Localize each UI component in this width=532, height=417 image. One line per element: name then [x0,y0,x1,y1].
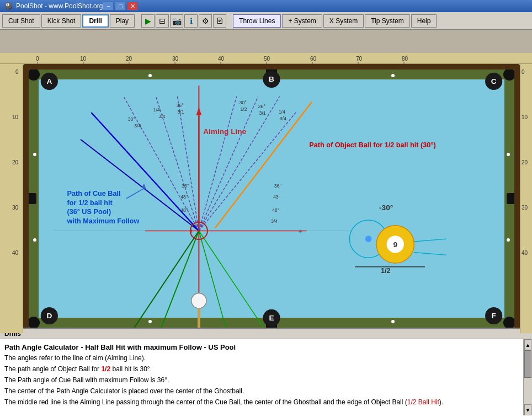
svg-text:1/4: 1/4 [279,109,285,115]
svg-line-60 [199,97,279,231]
svg-point-82 [198,230,200,232]
minimize-button[interactable]: − [103,2,114,10]
svg-text:9: 9 [393,240,397,249]
svg-line-58 [199,97,236,231]
svg-text:A: A [46,77,52,85]
svg-text:with Maximum Follow: with Maximum Follow [67,217,140,225]
svg-text:48°: 48° [180,207,188,213]
kick-shot-button[interactable]: Kick Shot [41,14,82,28]
tip-system-button[interactable]: Tip System [365,14,410,28]
svg-text:70: 70 [356,56,363,62]
svg-text:1/4: 1/4 [153,107,160,113]
close-button[interactable]: ✕ [127,2,138,10]
info-header: Drills [0,329,532,339]
app-icon: 🎱 [4,2,13,10]
svg-text:36°: 36° [182,184,189,189]
ruler-right: 0 10 20 30 40 [520,64,532,333]
info-panel: Drills Path Angle Calculator - Half Ball… [0,328,532,417]
svg-text:48°: 48° [272,207,279,213]
play-icon[interactable]: ▶ [141,14,155,28]
info-icon[interactable]: ℹ [184,14,198,28]
pool-area: 0 10 20 30 40 50 60 70 80 0 10 20 30 [0,30,532,344]
camera-icon[interactable]: 📷 [170,14,183,28]
info-title: Path Angle Calculator - Half Ball Hit wi… [4,341,519,353]
drill-button[interactable]: Drill [82,14,108,28]
cut-shot-button[interactable]: Cut Shot [2,14,40,28]
svg-text:30: 30 [12,205,19,211]
maximize-button[interactable]: □ [115,2,126,10]
svg-text:20: 20 [12,159,19,165]
svg-text:10: 10 [80,56,87,62]
svg-line-91 [126,188,145,199]
svg-text:20: 20 [522,159,528,165]
svg-text:F: F [492,312,496,320]
svg-text:10: 10 [522,114,528,120]
svg-text:+: + [299,227,302,234]
ruler-top-svg: 0 10 20 30 40 50 60 70 80 [0,53,532,64]
svg-text:Path of Cue Ball: Path of Cue Ball [67,190,121,197]
svg-text:10: 10 [12,114,19,120]
settings-icon[interactable]: ⚙ [199,14,212,28]
svg-text:1/2: 1/2 [240,106,247,112]
info-line-2: The path angle of Object Ball for 1/2 ba… [4,364,519,375]
ruler-right-svg: 0 10 20 30 40 [520,64,532,333]
scroll-up-button[interactable]: ▲ [524,339,531,350]
svg-text:80: 80 [402,56,408,62]
svg-text:30: 30 [172,56,179,62]
x-system-button[interactable]: X System [323,14,364,28]
plus-system-button[interactable]: + System [282,14,322,28]
svg-text:D: D [46,312,52,320]
svg-text:E: E [269,314,274,322]
ruler-left-svg: 0 10 20 30 40 [0,64,23,333]
stop-icon[interactable]: ⊟ [156,14,169,28]
scrollbar[interactable]: ▲ ▼ [523,339,532,415]
svg-text:36°: 36° [176,103,183,108]
document-icon[interactable]: 🖹 [213,14,226,28]
svg-text:B: B [269,75,274,83]
svg-text:40: 40 [12,250,19,256]
svg-text:3/4: 3/4 [271,218,278,224]
svg-text:50: 50 [264,56,270,62]
info-content: Path Angle Calculator - Half Ball Hit wi… [0,339,532,415]
svg-point-96 [365,236,372,242]
info-line-5: The middle red line is the Aiming Line p… [4,397,519,408]
svg-text:20: 20 [126,56,132,62]
ruler-left: 0 10 20 30 40 [0,64,23,333]
svg-line-54 [199,231,263,328]
play-button[interactable]: Play [110,14,135,28]
info-line-3: The Path angle of Cue Ball with maximum … [4,375,519,386]
svg-text:36°: 36° [274,184,281,189]
help-button[interactable]: Help [411,14,437,28]
svg-text:3/4: 3/4 [158,114,165,119]
svg-text:36°: 36° [258,104,265,109]
svg-text:30: 30 [522,205,528,211]
svg-text:+: + [189,227,194,235]
svg-text:40: 40 [522,250,528,256]
throw-lines-button[interactable]: Throw Lines [233,14,281,28]
svg-text:1/2: 1/2 [381,267,391,275]
scroll-down-button[interactable]: ▼ [524,404,531,415]
svg-text:Path of Object Ball for 1/2 ba: Path of Object Ball for 1/2 ball hit (30… [309,141,435,149]
svg-text:43°: 43° [273,194,280,200]
app-title: PoolShot - www.PoolShot.org [16,2,103,10]
svg-marker-45 [196,107,202,115]
svg-line-100 [414,239,446,242]
svg-text:for 1/2 ball hit: for 1/2 ball hit [67,199,113,207]
svg-point-85 [191,293,206,308]
svg-text:Aiming Line: Aiming Line [203,127,246,136]
svg-text:30°: 30° [239,100,246,105]
svg-text:0: 0 [36,56,39,62]
toolbar: Cut Shot Kick Shot Drill Play ▶ ⊟ 📷 ℹ ⚙ … [0,12,532,30]
svg-marker-92 [142,184,146,189]
svg-text:3/1: 3/1 [177,109,184,115]
info-line-4: The center of the Path Angle Calculator … [4,386,519,397]
svg-text:-30°: -30° [379,204,393,212]
svg-text:3/4: 3/4 [280,116,286,121]
svg-text:3/4: 3/4 [134,123,141,129]
title-bar: 🎱 PoolShot - www.PoolShot.org − □ ✕ [0,0,532,12]
svg-line-101 [414,253,446,255]
svg-text:60: 60 [310,56,317,62]
svg-text:0: 0 [15,69,19,75]
icon-group: ▶ ⊟ 📷 ℹ ⚙ 🖹 [141,14,226,28]
scrollbar-thumb[interactable] [524,350,531,378]
